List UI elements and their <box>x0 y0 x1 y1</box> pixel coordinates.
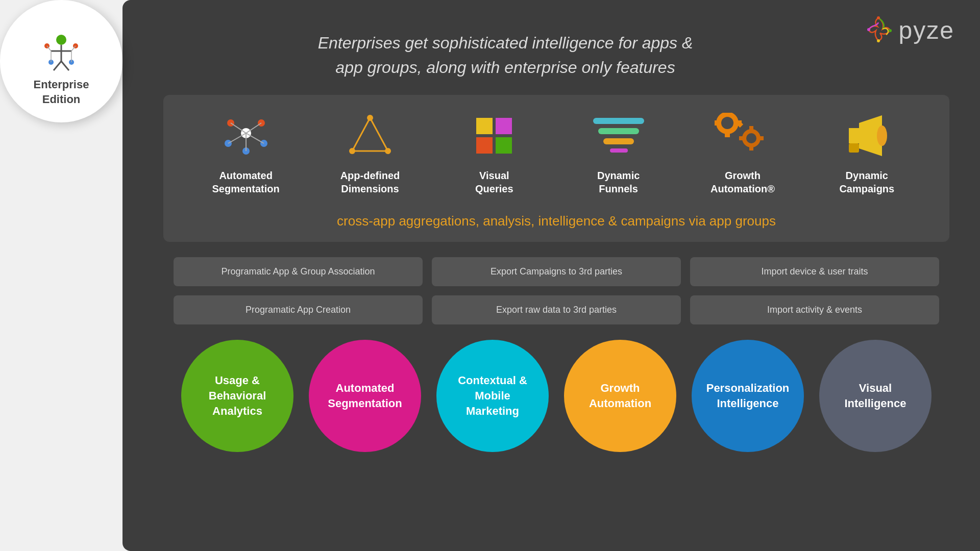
growth-automation-circle-label: GrowthAutomation <box>589 381 651 411</box>
svg-rect-59 <box>849 143 859 153</box>
feature-dynamic-funnels: DynamicFunnels <box>568 110 670 195</box>
circle-automated-segmentation: AutomatedSegmentation <box>309 340 421 452</box>
svg-rect-36 <box>496 118 512 134</box>
feature-visual-queries: VisualQueries <box>443 110 545 195</box>
circles-section: Usage &BehavioralAnalytics AutomatedSegm… <box>163 340 949 452</box>
pyze-logo-text: pyze <box>899 16 954 44</box>
svg-line-33 <box>370 118 388 151</box>
header-tagline: Enterprises get sophisticated intelligen… <box>163 31 847 80</box>
feature-strip: AutomatedSegmentation App- <box>163 95 949 242</box>
import-activity-events-button[interactable]: Import activity & events <box>690 295 939 324</box>
svg-point-15 <box>877 39 880 42</box>
circle-contextual-mobile: Contextual &MobileMarketing <box>436 340 549 452</box>
svg-marker-57 <box>849 128 859 143</box>
svg-point-14 <box>889 29 892 32</box>
svg-point-0 <box>56 35 66 45</box>
cross-app-text: cross-app aggregations, analysis, intell… <box>184 206 929 232</box>
svg-marker-28 <box>352 118 388 151</box>
circle-usage-behavioral: Usage &BehavioralAnalytics <box>181 340 293 452</box>
automated-segmentation-label: AutomatedSegmentation <box>212 169 280 195</box>
feature-dynamic-campaigns: DynamicCampaigns <box>816 110 918 195</box>
svg-rect-40 <box>598 128 639 134</box>
import-device-traits-button[interactable]: Import device & user traits <box>690 257 939 286</box>
svg-line-23 <box>231 123 246 133</box>
export-campaigns-button[interactable]: Export Campaigns to 3rd parties <box>432 257 681 286</box>
svg-rect-46 <box>725 132 730 137</box>
dynamic-campaigns-icon <box>841 110 892 161</box>
usage-behavioral-label: Usage &BehavioralAnalytics <box>209 373 266 418</box>
main-container: pyze Enterprises get sophisticated intel… <box>122 0 980 551</box>
circle-personalization-intelligence: PersonalizationIntelligence <box>692 340 804 452</box>
svg-line-26 <box>246 133 264 143</box>
svg-rect-47 <box>715 120 718 126</box>
programatic-app-group-button[interactable]: Programatic App & Group Association <box>174 257 423 286</box>
svg-rect-39 <box>593 118 644 124</box>
visual-queries-label: VisualQueries <box>475 169 513 195</box>
header-section: Enterprises get sophisticated intelligen… <box>163 20 949 95</box>
personalization-intelligence-label: PersonalizationIntelligence <box>706 381 790 411</box>
svg-rect-41 <box>603 138 634 144</box>
dynamic-campaigns-label: DynamicCampaigns <box>839 169 894 195</box>
svg-line-3 <box>54 61 61 70</box>
app-defined-dimensions-icon <box>347 110 393 161</box>
visual-queries-icon <box>471 110 517 161</box>
svg-point-16 <box>867 28 870 31</box>
svg-rect-42 <box>610 148 628 153</box>
automated-segmentation-circle-label: AutomatedSegmentation <box>328 381 402 411</box>
programatic-app-creation-button[interactable]: Programatic App Creation <box>174 295 423 324</box>
feature-icons-row: AutomatedSegmentation App- <box>184 110 929 195</box>
dynamic-funnels-label: DynamicFunnels <box>597 169 640 195</box>
svg-rect-55 <box>739 136 744 140</box>
visual-intelligence-label: VisualIntelligence <box>844 381 906 411</box>
svg-rect-37 <box>476 137 493 154</box>
svg-line-4 <box>61 61 69 70</box>
svg-rect-54 <box>749 146 753 151</box>
svg-point-52 <box>746 133 756 143</box>
feature-growth-automation: GrowthAutomation® <box>692 110 794 195</box>
automated-segmentation-icon <box>220 110 272 161</box>
svg-point-13 <box>877 16 880 19</box>
circle-visual-intelligence: VisualIntelligence <box>819 340 932 452</box>
contextual-mobile-label: Contextual &MobileMarketing <box>458 373 527 418</box>
app-defined-dimensions-label: App-definedDimensions <box>340 169 400 195</box>
svg-line-32 <box>352 118 370 151</box>
svg-point-60 <box>877 126 887 146</box>
svg-rect-53 <box>749 126 753 131</box>
export-raw-data-button[interactable]: Export raw data to 3rd parties <box>432 295 681 324</box>
feature-automated-segmentation: AutomatedSegmentation <box>195 110 297 195</box>
buttons-section: Programatic App & Group Association Expo… <box>163 257 949 324</box>
pyze-logo: pyze <box>865 15 954 45</box>
badge-text: EnterpriseEdition <box>34 78 89 107</box>
svg-line-24 <box>246 123 261 133</box>
enterprise-badge: EnterpriseEdition <box>0 0 122 122</box>
circle-growth-automation: GrowthAutomation <box>564 340 676 452</box>
dynamic-funnels-icon <box>591 110 647 161</box>
growth-automation-label: GrowthAutomation® <box>710 169 775 195</box>
enterprise-icon <box>41 31 82 73</box>
feature-app-defined-dimensions: App-definedDimensions <box>319 110 421 195</box>
svg-rect-35 <box>476 118 493 134</box>
pyze-mark-icon <box>865 15 893 45</box>
svg-line-25 <box>228 133 246 143</box>
growth-automation-icon <box>715 110 771 161</box>
svg-rect-38 <box>496 137 512 154</box>
svg-rect-56 <box>759 136 764 140</box>
svg-point-44 <box>721 117 733 129</box>
